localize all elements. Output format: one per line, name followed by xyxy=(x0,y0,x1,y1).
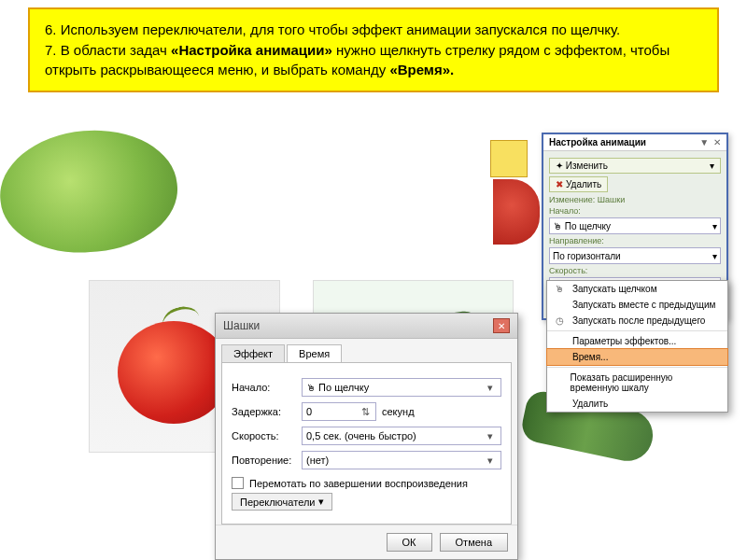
close-icon[interactable]: ✕ xyxy=(493,318,510,333)
repeat-label: Повторение: xyxy=(232,455,302,466)
delay-label: Задержка: xyxy=(232,406,302,417)
cm-start-on-click[interactable]: 🖱 Запускать щелчком xyxy=(547,281,727,297)
timing-dialog: Шашки ✕ Эффект Время Начало: 🖱 По щелчку… xyxy=(215,313,518,560)
effect-context-menu: 🖱 Запускать щелчком Запускать вместе с п… xyxy=(546,280,728,413)
sparkle-icon: ✦ xyxy=(556,161,563,171)
effect-section-label: Изменение: Шашки xyxy=(549,195,721,204)
repeat-dropdown[interactable]: (нет) ▾ xyxy=(302,451,501,469)
menu-separator xyxy=(547,330,727,331)
close-icon[interactable]: ✕ xyxy=(713,137,721,147)
tp-start-label: Начало: xyxy=(549,206,721,216)
mouse-icon: 🖱 xyxy=(553,221,562,231)
delete-icon: ✖ xyxy=(556,179,563,189)
dialog-title: Шашки xyxy=(223,319,260,332)
ok-button[interactable]: ОК xyxy=(387,533,432,552)
taskpane-titlebar: Настройка анимации ▼ ✕ xyxy=(543,134,726,151)
instruction-line-7: 7. В области задач «Настройка анимации» … xyxy=(45,41,702,79)
menu-separator xyxy=(547,367,727,368)
tab-time[interactable]: Время xyxy=(287,344,342,362)
dialog-titlebar: Шашки ✕ xyxy=(216,314,517,339)
mouse-icon: 🖱 xyxy=(306,383,316,393)
cancel-button[interactable]: Отмена xyxy=(440,533,508,552)
cm-start-with-prev[interactable]: Запускать вместе с предыдущим xyxy=(547,297,727,313)
tp-start-dropdown[interactable]: 🖱 По щелчку ▾ xyxy=(549,217,721,234)
chevron-down-icon: ▾ xyxy=(712,251,717,261)
start-label: Начало: xyxy=(232,382,302,393)
instruction-line-6: 6. Используем переключатели, для того чт… xyxy=(45,21,702,39)
speed-dropdown[interactable]: 0,5 сек. (очень быстро) ▾ xyxy=(302,427,501,445)
tab-effect[interactable]: Эффект xyxy=(221,344,285,362)
chevron-down-icon: ▾ xyxy=(710,161,714,171)
slide-thumb-decor xyxy=(490,140,528,177)
dialog-body: Начало: 🖱 По щелчку ▾ Задержка: 0 ⇅ секу… xyxy=(221,362,512,525)
chevron-down-icon: ▾ xyxy=(484,455,497,467)
change-button[interactable]: ✦ Изменить ▾ xyxy=(549,158,721,174)
start-dropdown[interactable]: 🖱 По щелчку ▾ xyxy=(302,378,501,397)
rewind-checkbox[interactable] xyxy=(232,477,244,489)
cm-show-timeline[interactable]: Показать расширенную временную шкалу xyxy=(547,370,727,396)
delete-button[interactable]: ✖ Удалить xyxy=(549,176,608,192)
speed-label: Скорость: xyxy=(232,430,302,441)
chevron-down-icon: ▾ xyxy=(712,221,717,231)
cm-effect-options[interactable]: Параметры эффектов... xyxy=(547,333,727,349)
chevron-down-icon: ▾ xyxy=(484,430,497,442)
instruction-banner: 6. Используем переключатели, для того чт… xyxy=(28,7,719,92)
clock-icon: ◷ xyxy=(553,315,566,326)
dialog-footer: ОК Отмена xyxy=(216,525,517,559)
tp-direction-dropdown[interactable]: По горизонтали ▾ xyxy=(549,247,721,264)
slide-tomato-decor xyxy=(493,179,540,245)
cabbage-image xyxy=(0,123,182,259)
cm-start-after-prev[interactable]: ◷ Запускать после предыдущего xyxy=(547,313,727,329)
dialog-tabs: Эффект Время xyxy=(216,339,517,362)
cm-remove[interactable]: Удалить xyxy=(547,396,727,412)
mouse-icon: 🖱 xyxy=(553,284,566,294)
seconds-label: секунд xyxy=(382,406,415,417)
switchers-button[interactable]: Переключатели ▾ xyxy=(232,493,332,511)
chevron-down-icon: ▾ xyxy=(318,496,324,508)
delay-spinner[interactable]: 0 ⇅ xyxy=(302,402,376,421)
taskpane-title: Настройка анимации xyxy=(549,137,646,147)
spinner-icon: ⇅ xyxy=(359,406,372,418)
chevron-down-icon[interactable]: ▼ xyxy=(699,137,709,147)
rewind-label: Перемотать по завершении воспроизведения xyxy=(249,478,468,489)
tp-speed-label: Скорость: xyxy=(549,266,721,275)
chevron-down-icon: ▾ xyxy=(484,382,497,394)
tp-direction-label: Направление: xyxy=(549,236,721,245)
cm-timing[interactable]: Время... xyxy=(547,349,727,365)
